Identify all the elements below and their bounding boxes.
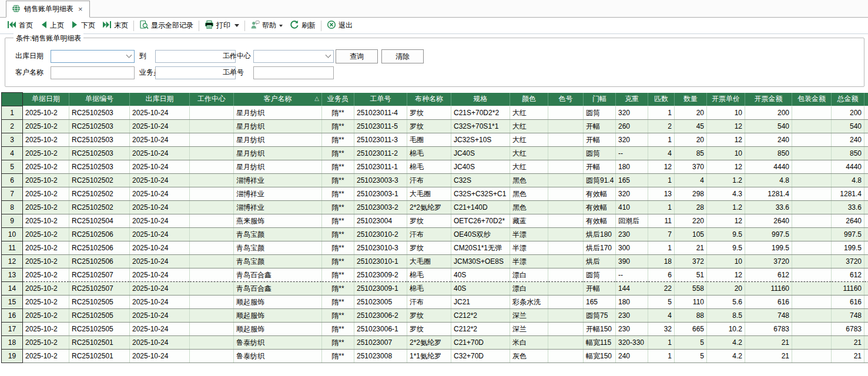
cell[interactable]: JC40S (451, 160, 510, 174)
cell[interactable]: 隋** (322, 214, 354, 228)
cell[interactable]: 616 (745, 296, 792, 309)
cell[interactable]: 32 (648, 323, 675, 336)
cell[interactable]: 隋** (322, 228, 354, 241)
cell[interactable]: 2025-10-2 (23, 296, 69, 309)
table-row[interactable]: 32025-10-2RC251025032025-10-24星月纺织隋**251… (2, 133, 868, 147)
cell[interactable]: RC25102504 (69, 214, 130, 228)
cell[interactable]: 淄博祥业 (234, 201, 322, 214)
cell[interactable] (190, 214, 234, 228)
cell[interactable]: 240 (745, 133, 792, 147)
cell[interactable]: 罗纹 (407, 214, 451, 228)
cell[interactable]: RC25102502 (69, 174, 130, 187)
row-number-cell[interactable]: 7 (2, 187, 23, 201)
cell[interactable]: 青岛百合鑫 (234, 282, 322, 296)
cell[interactable] (792, 147, 832, 160)
cell[interactable] (548, 255, 584, 268)
cell[interactable]: 2025-10-2 (23, 255, 69, 268)
cell[interactable]: 罗纹 (407, 323, 451, 336)
tab-sales-detail[interactable]: 销售账单明细表 × (6, 1, 90, 18)
cell[interactable]: 1*1氨纶罗 (407, 350, 451, 363)
cell[interactable]: 748 (745, 309, 792, 323)
cell[interactable]: 5.6 (707, 296, 745, 309)
cell[interactable]: 隋** (322, 350, 354, 363)
cell[interactable]: 汗布 (407, 228, 451, 241)
cell[interactable]: 罗纹 (407, 106, 451, 120)
table-row[interactable]: 122025-10-2RC251025062025-10-24青岛宝颜隋**25… (2, 255, 868, 268)
table-row[interactable]: 42025-10-2RC251025032025-10-24星月纺织隋**251… (2, 147, 868, 160)
cell[interactable]: 隋** (322, 309, 354, 323)
cell[interactable]: 罗纹 (407, 120, 451, 133)
cell[interactable]: 大红 (510, 106, 548, 120)
cell[interactable]: 612 (832, 268, 864, 282)
cell[interactable] (548, 228, 584, 241)
cell[interactable]: 390 (616, 255, 648, 268)
cell[interactable]: 隋** (322, 296, 354, 309)
column-header[interactable]: 出库日期 (130, 93, 190, 106)
cell[interactable]: 13 (648, 187, 675, 201)
cell[interactable]: 320 (616, 106, 648, 120)
cell[interactable]: 罗纹 (407, 241, 451, 255)
cell[interactable]: 9.5 (707, 241, 745, 255)
cell[interactable]: 18 (648, 255, 675, 268)
cell[interactable]: 1281.4 (745, 187, 792, 201)
cell[interactable]: 10 (707, 147, 745, 160)
cell[interactable] (190, 350, 234, 363)
cell[interactable]: 2 (648, 120, 675, 133)
cell[interactable]: 12 (648, 160, 675, 174)
cell[interactable]: 顺起服饰 (234, 323, 322, 336)
cell[interactable]: 燕来服饰 (234, 214, 322, 228)
cell[interactable]: 圆筒 (584, 147, 616, 160)
cell[interactable]: 230 (616, 309, 648, 323)
cell[interactable]: 棉毛 (407, 268, 451, 282)
cell[interactable]: 2*2氨纶罗 (407, 201, 451, 214)
cell[interactable]: 370 (675, 160, 707, 174)
cell[interactable]: 黑色 (510, 187, 548, 201)
cell[interactable]: C21S+70D2*2 (451, 106, 510, 120)
cell[interactable] (792, 282, 832, 296)
cell[interactable]: 深兰 (510, 309, 548, 323)
cell[interactable] (548, 147, 584, 160)
work-center-select[interactable] (253, 50, 334, 63)
cell[interactable] (792, 268, 832, 282)
cell[interactable] (548, 201, 584, 214)
cell[interactable] (190, 201, 234, 214)
table-row[interactable]: 82025-10-2RC251025022025-10-24淄博祥业隋**251… (2, 201, 868, 214)
cell[interactable]: OETC26+70D2* (451, 214, 510, 228)
cell[interactable] (190, 106, 234, 120)
cell[interactable]: JC40S (451, 147, 510, 160)
cell[interactable]: 2025-10-2 (23, 187, 69, 201)
cell[interactable]: 彩条水洗 (510, 296, 548, 309)
cell[interactable]: 藏蓝 (510, 214, 548, 228)
cell[interactable]: RC25102503 (69, 120, 130, 133)
cell[interactable]: 2025-10-24 (130, 214, 190, 228)
cell[interactable]: RC25102507 (69, 282, 130, 296)
cell[interactable]: 2025-10-24 (130, 174, 190, 187)
cell[interactable] (190, 187, 234, 201)
cell[interactable]: 4440 (745, 160, 792, 174)
cell[interactable]: 8.5 (707, 309, 745, 323)
cell[interactable]: 1 (648, 174, 675, 187)
cell[interactable]: 2025-10-2 (23, 160, 69, 174)
cell[interactable] (190, 268, 234, 282)
cell[interactable]: 灰色 (510, 350, 548, 363)
cell[interactable]: 28 (675, 201, 707, 214)
cell[interactable]: 2025-10-24 (130, 241, 190, 255)
cell[interactable]: RC25102507 (69, 268, 130, 282)
cell[interactable]: 顺起服饰 (234, 309, 322, 323)
cell[interactable] (190, 120, 234, 133)
cell[interactable]: 7 (648, 228, 675, 241)
cell[interactable]: 黑色 (510, 174, 548, 187)
cell[interactable]: 199.5 (832, 241, 864, 255)
cell[interactable]: 20 (675, 133, 707, 147)
cell[interactable]: 1 (648, 133, 675, 147)
cell[interactable]: 2025-10-2 (23, 241, 69, 255)
cell[interactable]: 1 (648, 201, 675, 214)
cell[interactable]: 大毛圈 (407, 187, 451, 201)
cell[interactable]: 4440 (832, 160, 864, 174)
cell[interactable]: 165 (616, 174, 648, 187)
cell[interactable]: 圆筒 (584, 268, 616, 282)
table-row[interactable]: 22025-10-2RC251025032025-10-24星月纺织隋**251… (2, 120, 868, 133)
cell[interactable]: RC25102506 (69, 255, 130, 268)
row-number-cell[interactable]: 14 (2, 282, 23, 296)
cell[interactable]: 青岛百合鑫 (234, 268, 322, 282)
